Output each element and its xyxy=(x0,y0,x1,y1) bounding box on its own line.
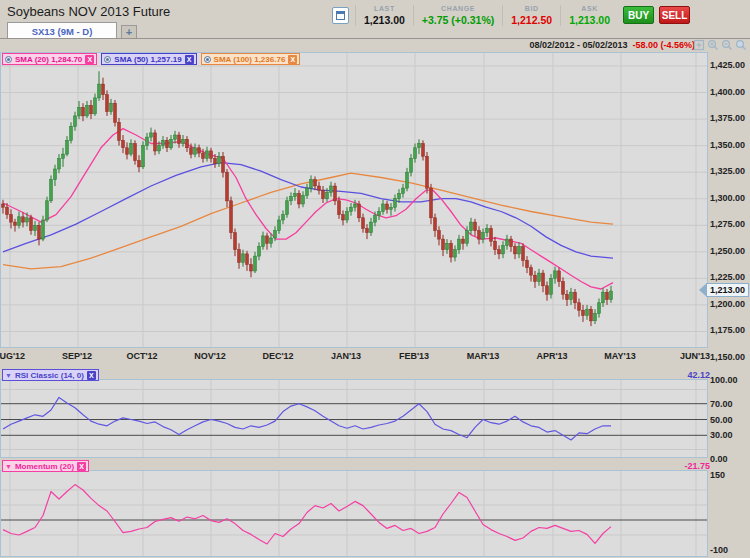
price-axis-label: 1,225.00 xyxy=(710,272,745,282)
time-axis-label: NOV'12 xyxy=(194,351,226,361)
time-axis-label: APR'13 xyxy=(536,351,567,361)
sma50-close-icon[interactable]: X xyxy=(185,55,194,64)
change-value: +3.75 (+0.31%) xyxy=(422,14,494,26)
quote-ask: ASK 1,213.00 xyxy=(560,5,618,26)
sma20-label: SMA (20) 1,284.70 xyxy=(15,55,82,64)
collapse-icon[interactable]: ▼ xyxy=(5,463,12,470)
zoom-in-icon[interactable] xyxy=(707,39,719,51)
price-axis-label: 1,400.00 xyxy=(710,87,745,97)
price-chart-canvas[interactable] xyxy=(0,52,708,348)
momentum-label: Momentum (20) xyxy=(15,462,74,471)
bid-label: BID xyxy=(525,5,539,12)
indicator-axis-label: 70.00 xyxy=(710,399,733,409)
rsi-chip[interactable]: ▼ RSI Classic (14, 0) X xyxy=(2,369,99,381)
buy-button[interactable]: BUY xyxy=(623,6,654,24)
change-label: CHANGE xyxy=(441,5,475,12)
sma100-label: SMA (100) 1,236.76 xyxy=(214,55,286,64)
last-price-tag: 1,213.00 xyxy=(699,283,749,297)
sma20-close-icon[interactable]: X xyxy=(85,55,94,64)
price-tag-value: 1,213.00 xyxy=(706,283,749,297)
time-axis-label: MAY'13 xyxy=(604,351,635,361)
range-change: -58.00 (-4.56%) xyxy=(632,40,695,50)
momentum-canvas[interactable] xyxy=(0,470,708,557)
sma20-settings-icon[interactable] xyxy=(5,56,12,63)
ask-label: ASK xyxy=(581,5,598,12)
sma50-settings-icon[interactable] xyxy=(104,56,111,63)
indicator-axis-label: 50.00 xyxy=(710,415,733,425)
bid-value: 1,212.50 xyxy=(511,14,552,26)
date-range: 08/02/2012 - 05/02/2013-58.00 (-4.56%) xyxy=(529,40,695,50)
momentum-current-value: -21.75 xyxy=(662,461,710,471)
price-axis-label: 1,200.00 xyxy=(710,299,745,309)
page-title: Soybeans NOV 2013 Future xyxy=(7,4,170,19)
time-axis-label: JAN'13 xyxy=(331,351,361,361)
sell-button[interactable]: SELL xyxy=(659,6,690,24)
zoom-area-icon[interactable] xyxy=(735,39,747,51)
sma100-chip[interactable]: SMA (100) 1,236.76 X xyxy=(201,53,301,65)
indicator-axis-label: 100.00 xyxy=(710,375,738,385)
time-axis-label: MAR'13 xyxy=(467,351,500,361)
indicator-axis-label: -100 xyxy=(710,545,728,555)
price-axis-label: 1,375.00 xyxy=(710,113,745,123)
quote-bid: BID 1,212.50 xyxy=(502,5,560,26)
price-axis-label: 1,425.00 xyxy=(710,60,745,70)
quote-change: CHANGE +3.75 (+0.31%) xyxy=(413,5,502,26)
price-axis-label: 1,325.00 xyxy=(710,166,745,176)
rsi-label: RSI Classic (14, 0) xyxy=(15,371,84,380)
add-tab-button[interactable]: + xyxy=(121,25,137,39)
momentum-chip[interactable]: ▼ Momentum (20) X xyxy=(2,460,89,472)
indicator-axis-label: 0.00 xyxy=(710,454,728,464)
quote-last: LAST 1,213.00 xyxy=(355,5,413,26)
price-axis-label: 1,300.00 xyxy=(710,193,745,203)
price-axis-label: 1,175.00 xyxy=(710,325,745,335)
time-axis-label: FEB'13 xyxy=(399,351,429,361)
calendar-icon[interactable] xyxy=(332,7,349,24)
last-label: LAST xyxy=(374,5,395,12)
rsi-current-value: 42.12 xyxy=(666,370,710,380)
sma100-close-icon[interactable]: X xyxy=(288,55,297,64)
sma50-label: SMA (50) 1,257.19 xyxy=(114,55,181,64)
overlay-legend: SMA (20) 1,284.70 X SMA (50) 1,257.19 X … xyxy=(2,53,300,65)
collapse-icon[interactable]: ▼ xyxy=(5,372,12,379)
rsi-close-icon[interactable]: X xyxy=(87,371,96,380)
sma20-chip[interactable]: SMA (20) 1,284.70 X xyxy=(2,53,97,65)
sma100-settings-icon[interactable] xyxy=(204,56,211,63)
zoom-out-icon[interactable] xyxy=(721,39,733,51)
price-axis-label: 1,350.00 xyxy=(710,140,745,150)
time-axis-label: DEC'12 xyxy=(262,351,293,361)
momentum-close-icon[interactable]: X xyxy=(77,462,86,471)
time-axis-label: OCT'12 xyxy=(126,351,157,361)
rsi-canvas[interactable] xyxy=(0,379,708,458)
price-axis-label: 1,275.00 xyxy=(710,219,745,229)
sma50-chip[interactable]: SMA (50) 1,257.19 X xyxy=(101,53,196,65)
price-axis-label: 1,150.00 xyxy=(710,352,745,362)
time-axis-label: JUN'13 xyxy=(680,351,710,361)
trading-chart-window: Soybeans NOV 2013 Future LAST 1,213.00 C… xyxy=(0,0,750,558)
ask-value: 1,213.00 xyxy=(569,14,610,26)
time-axis-label: AUG'12 xyxy=(0,351,25,361)
time-axis-label: SEP'12 xyxy=(62,351,92,361)
indicator-axis-label: 150 xyxy=(710,470,725,480)
quote-bar: LAST 1,213.00 CHANGE +3.75 (+0.31%) BID … xyxy=(332,3,690,27)
chart-zoom-toolbar xyxy=(693,39,747,51)
indicator-axis-label: 30.00 xyxy=(710,430,733,440)
tab-separator xyxy=(0,38,750,39)
price-axis-label: 1,250.00 xyxy=(710,246,745,256)
last-value: 1,213.00 xyxy=(364,14,405,26)
expand-icon[interactable] xyxy=(693,39,705,51)
tab-symbol[interactable]: SX13 (9M - D) xyxy=(7,22,117,39)
